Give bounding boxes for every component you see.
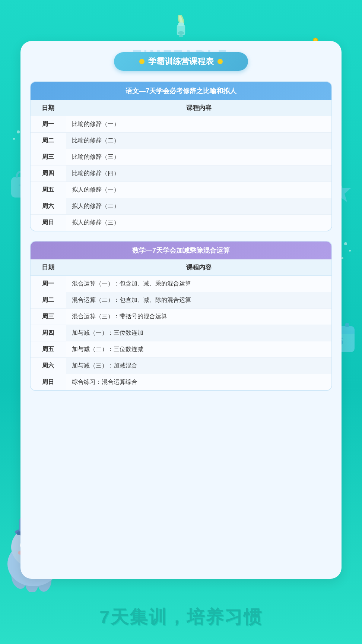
chinese-table-row: 周一 比喻的修辞（一） xyxy=(31,116,331,133)
chinese-table: 日期 课程内容 周一 比喻的修辞（一） 周二 比喻的修辞（二） 周三 比喻的修辞… xyxy=(31,100,331,231)
chinese-section-header: 语文—7天学会必考修辞之比喻和拟人 xyxy=(31,82,331,100)
chinese-table-wrapper: 日期 课程内容 周一 比喻的修辞（一） 周二 比喻的修辞（二） 周三 比喻的修辞… xyxy=(31,100,331,231)
math-table: 日期 课程内容 周一 混合运算（一）：包含加、减、乘的混合运算 周二 混合运算（… xyxy=(31,259,331,390)
chinese-day-cell: 周二 xyxy=(31,133,66,149)
chinese-table-row: 周五 拟人的修辞（一） xyxy=(31,182,331,198)
chinese-content-cell: 拟人的修辞（二） xyxy=(66,198,331,215)
math-content-cell: 综合练习：混合运算综合 xyxy=(66,374,331,391)
math-day-cell: 周一 xyxy=(31,276,66,292)
chinese-col-content: 课程内容 xyxy=(66,100,331,116)
math-day-cell: 周四 xyxy=(31,325,66,341)
svg-point-1 xyxy=(178,15,184,25)
math-table-row: 周六 加与减（三）：加减混合 xyxy=(31,358,331,374)
math-content-cell: 混合运算（三）：带括号的混合运算 xyxy=(66,309,331,325)
bottom-text: 7天集训，培养习惯 xyxy=(0,605,362,629)
math-content-cell: 混合运算（一）：包含加、减、乘的混合运算 xyxy=(66,276,331,292)
math-table-row: 周一 混合运算（一）：包含加、减、乘的混合运算 xyxy=(31,276,331,292)
svg-rect-3 xyxy=(178,23,184,26)
main-card: TIMETABLE 学霸训练营课程表 语文—7天学会必考修辞之比喻和拟人 日期 … xyxy=(20,41,342,579)
chinese-content-cell: 比喻的修辞（二） xyxy=(66,133,331,149)
chinese-content-cell: 比喻的修辞（一） xyxy=(66,116,331,133)
chinese-day-cell: 周六 xyxy=(31,198,66,215)
chinese-table-row: 周四 比喻的修辞（四） xyxy=(31,165,331,182)
math-content-cell: 加与减（二）：三位数连减 xyxy=(66,341,331,358)
chinese-day-cell: 周四 xyxy=(31,165,66,182)
title-text: 学霸训练营课程表 xyxy=(148,56,214,67)
math-table-wrapper: 日期 课程内容 周一 混合运算（一）：包含加、减、乘的混合运算 周二 混合运算（… xyxy=(31,259,331,390)
math-day-cell: 周三 xyxy=(31,309,66,325)
chinese-day-cell: 周五 xyxy=(31,182,66,198)
math-table-row: 周五 加与减（二）：三位数连减 xyxy=(31,341,331,358)
title-dot-right xyxy=(217,59,223,64)
math-table-row: 周四 加与减（一）：三位数连加 xyxy=(31,325,331,341)
title-dot-left xyxy=(139,59,145,64)
math-table-row: 周日 综合练习：混合运算综合 xyxy=(31,374,331,391)
math-table-row: 周三 混合运算（三）：带括号的混合运算 xyxy=(31,309,331,325)
math-section: 数学—7天学会加减乘除混合运算 日期 课程内容 周一 混合运算（一）：包含加、减… xyxy=(30,241,332,391)
svg-rect-2 xyxy=(177,25,185,35)
svg-rect-4 xyxy=(179,35,183,37)
chinese-content-cell: 比喻的修辞（四） xyxy=(66,165,331,182)
math-content-cell: 加与减（三）：加减混合 xyxy=(66,358,331,374)
math-table-row: 周二 混合运算（二）：包含加、减、除的混合运算 xyxy=(31,292,331,309)
chinese-table-row: 周二 比喻的修辞（二） xyxy=(31,133,331,149)
math-content-cell: 混合运算（二）：包含加、减、除的混合运算 xyxy=(66,292,331,309)
math-section-header: 数学—7天学会加减乘除混合运算 xyxy=(31,242,331,259)
chinese-table-row: 周日 拟人的修辞（三） xyxy=(31,215,331,231)
chinese-table-row: 周六 拟人的修辞（二） xyxy=(31,198,331,215)
math-col-content: 课程内容 xyxy=(66,259,331,276)
title-badge: 学霸训练营课程表 xyxy=(114,52,248,71)
svg-point-5 xyxy=(178,31,184,35)
svg-point-0 xyxy=(177,15,185,27)
chinese-day-cell: 周三 xyxy=(31,149,66,165)
math-content-cell: 加与减（一）：三位数连加 xyxy=(66,325,331,341)
chinese-day-cell: 周日 xyxy=(31,215,66,231)
chinese-content-cell: 比喻的修辞（三） xyxy=(66,149,331,165)
chinese-section: 语文—7天学会必考修辞之比喻和拟人 日期 课程内容 周一 比喻的修辞（一） 周二… xyxy=(30,81,332,231)
math-day-cell: 周六 xyxy=(31,358,66,374)
math-day-cell: 周五 xyxy=(31,341,66,358)
svg-point-22 xyxy=(345,323,349,327)
chinese-content-cell: 拟人的修辞（一） xyxy=(66,182,331,198)
chinese-day-cell: 周一 xyxy=(31,116,66,133)
chinese-content-cell: 拟人的修辞（三） xyxy=(66,215,331,231)
chinese-table-row: 周三 比喻的修辞（三） xyxy=(31,149,331,165)
math-col-day: 日期 xyxy=(31,259,66,276)
math-day-cell: 周日 xyxy=(31,374,66,391)
chinese-col-day: 日期 xyxy=(31,100,66,116)
math-day-cell: 周二 xyxy=(31,292,66,309)
